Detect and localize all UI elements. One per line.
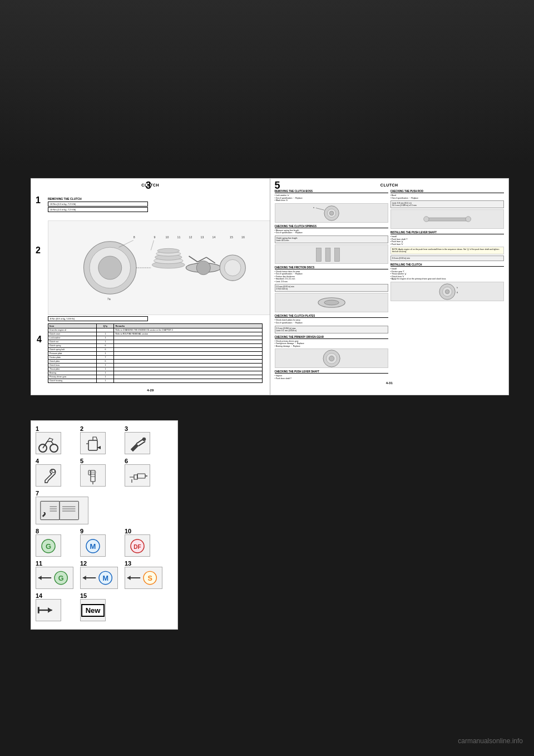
svg-marker-86 — [83, 576, 86, 580]
heading-checking-plates: CHECKING THE CLUTCH PLATES — [275, 315, 388, 318]
note-push-lever: NOTE: Apply engine oil on the push lever… — [390, 247, 504, 254]
icons-row-4: 8 G 9 M 10 — [36, 528, 173, 557]
svg-text:8: 8 — [134, 236, 135, 239]
table-row: Clutch spring 6 — [48, 344, 263, 348]
friction-svg — [275, 293, 388, 312]
table-row: Friction plate 7 — [48, 356, 263, 360]
svg-point-42 — [423, 217, 428, 222]
img-install-clutch: h g — [390, 282, 504, 301]
icons-row-3: 7 — [36, 490, 173, 524]
section-install-push-lever: INSTALLING THE PUSH LEVER SHAFT • Instal… — [390, 231, 504, 261]
icons-panel: 1 2 — [31, 420, 178, 630]
section-checking-plates: CHECKING THE CLUTCH PLATES • Check clutc… — [275, 315, 388, 333]
manual-page-right: CLUTCH 5 REMOVING THE CLUTCH BOSS • Lock… — [270, 179, 509, 395]
new-badge-text: New — [81, 604, 105, 617]
icon-num-13: 13 — [125, 560, 131, 567]
svg-text:M: M — [90, 542, 96, 551]
background-top — [0, 0, 534, 167]
icon-box-3 — [125, 432, 150, 454]
footer-url: carmanualsonline.info — [458, 737, 523, 745]
callout-1: 1 — [36, 195, 41, 205]
svg-marker-82 — [38, 576, 42, 580]
svg-rect-34 — [325, 248, 330, 261]
text-install-clutch: • Install• Friction gear 'f'• Thrust was… — [390, 268, 504, 281]
callout-3: 3 — [146, 180, 151, 192]
svg-text:h: h — [457, 287, 458, 289]
icon-cell-6: 6 — [125, 458, 165, 487]
svg-text:12: 12 — [189, 236, 192, 239]
install-clutch-svg: h g — [391, 282, 503, 301]
callout-5: 5 — [275, 180, 280, 192]
section-push-lever-shaft: CHECKING THE PUSH LEVER SHAFT • Inspect•… — [275, 370, 388, 380]
heading-install-push-lever: INSTALLING THE PUSH LEVER SHAFT — [390, 231, 504, 234]
icon-num-8: 8 — [36, 528, 39, 534]
svg-text:G: G — [58, 575, 64, 582]
icon-box-13: S — [125, 567, 162, 589]
icon-box-2 — [80, 432, 106, 454]
motorcycle-icon — [37, 434, 60, 453]
bolt-s-icon: S — [125, 567, 162, 588]
text-push-lever-shaft: • Inspect• Push lever shaft 'f' — [275, 375, 388, 380]
img-friction — [275, 293, 388, 312]
svg-text:G: G — [46, 542, 51, 551]
icon-cell-4: 4 — [36, 458, 76, 487]
table-row: Primary driven gear 1 — [48, 375, 263, 379]
section-checking-friction: CHECKING THE FRICTION DISCS • Check fric… — [275, 266, 388, 313]
left-page-content: REMOVING THE CLUTCH 10 Nm (1.0 m·kg, 7.2… — [36, 197, 265, 393]
torque-spec-3: 8 Nm (0.8 m·kg, 5.8 ft·lb) — [48, 316, 148, 321]
svg-point-50 — [50, 444, 58, 452]
svg-point-9 — [196, 261, 210, 274]
table-row: Pressure plate 1 — [48, 352, 263, 356]
torque-spec-2: 10 Nm (1.0 m·kg, 7.2 ft·lb) — [48, 207, 148, 212]
table-row: Clutch cover 1 Refer to ROUTINE REMOVAL … — [48, 332, 263, 336]
img-removing-boss: a — [275, 203, 388, 223]
text-primary-driven: • Check primary driven gear• Cam/groove … — [275, 340, 388, 348]
heading-removing-boss: REMOVING THE CLUTCH BOSS — [275, 190, 388, 193]
svg-text:M: M — [102, 575, 108, 582]
grease-g-icon: G — [37, 536, 60, 556]
callout-4: 4 — [37, 335, 42, 345]
icon-box-6 — [125, 464, 150, 487]
svg-text:16: 16 — [241, 236, 245, 239]
icon-cell-11: 11 G — [36, 560, 76, 589]
svg-marker-90 — [127, 576, 131, 580]
spec-clutch-plate: 0.1 mm (0.004 in) maxLimit: 0.1 mm (0.00… — [275, 326, 388, 333]
text-push-rod: • Bend• Out of specification → Replace — [390, 194, 504, 199]
icon-num-11: 11 — [36, 560, 42, 567]
icon-cell-8: 8 G — [36, 528, 76, 557]
svg-text:11: 11 — [177, 236, 181, 239]
img-primary-driven — [275, 348, 388, 368]
icon-cell-14: 14 — [36, 592, 76, 621]
icons-row-5: 11 G 12 — [36, 560, 173, 589]
svg-line-10 — [189, 256, 198, 262]
text-checking-springs: • Measure spring free length• Out of spe… — [275, 229, 388, 234]
svg-text:a: a — [313, 206, 315, 208]
svg-point-46 — [445, 289, 449, 294]
icon-num-3: 3 — [125, 425, 128, 432]
icon-box-1 — [36, 432, 61, 454]
svg-rect-67 — [41, 501, 60, 519]
svg-text:10: 10 — [166, 236, 169, 239]
icon-cell-5: 5 — [80, 458, 120, 487]
icon-num-2: 2 — [80, 425, 83, 432]
svg-rect-95 — [38, 607, 39, 613]
icons-row-2: 4 5 — [36, 458, 173, 487]
torque-spec-1: 10 Nm (1.0 m·kg, 7.2 ft·lb) — [48, 202, 148, 207]
icon-cell-12: 12 M — [80, 560, 120, 589]
section-push-rod: CHECKING THE PUSH ROD • Bend• Out of spe… — [390, 190, 504, 229]
primary-svg — [275, 349, 388, 367]
table-row: Thrust plate 1 — [48, 367, 263, 371]
syringe-icon — [82, 466, 104, 485]
table-row: Clutch nut 1 — [48, 340, 263, 344]
page-background: CLUTCH 3 1 2 4 REMOVING THE CLUTCH 10 Nm… — [0, 0, 534, 756]
svg-text:DF: DF — [134, 544, 141, 550]
parts-table: Item Q'ty Remarks Drain the engine oil R… — [48, 323, 263, 383]
text-install-push-lever: • Install• Push lever shaft 'f'• Push le… — [390, 235, 504, 246]
img-springs — [275, 244, 388, 264]
icon-box-4 — [36, 464, 61, 487]
svg-text:14: 14 — [212, 236, 216, 239]
heading-primary-driven: CHECKING THE PRIMARY DRIVEN GEAR — [275, 336, 388, 339]
icon-num-1: 1 — [36, 425, 39, 432]
springs-svg — [275, 245, 388, 263]
section-checking-springs: CHECKING THE CLUTCH SPRINGS • Measure sp… — [275, 225, 388, 264]
